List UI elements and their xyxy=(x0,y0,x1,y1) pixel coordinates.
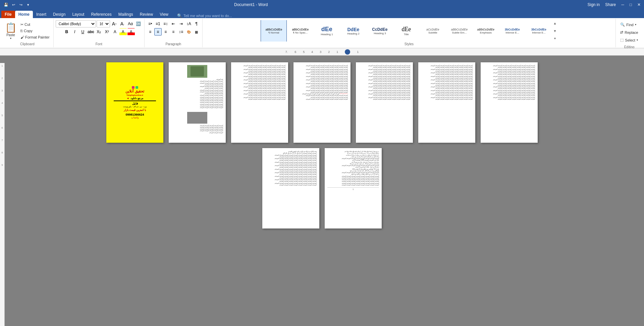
justify-btn[interactable]: ≡ xyxy=(170,28,177,36)
highlight-btn[interactable]: A xyxy=(119,28,127,36)
font-size-select[interactable]: 16 xyxy=(97,20,110,27)
paragraph-content: ≡• ≡1 ≡↕ ⇤ ⇥ ↕A ¶ ≡ ≡ ≡ ≡ ↕≡ 🎨 ▦ xyxy=(147,20,200,42)
page-3-content: آموزيقم آموزيقم آموزيقم آموزيقم آموزيقم … xyxy=(231,62,288,143)
tab-layout[interactable]: Layout xyxy=(69,11,88,18)
text-effects-btn[interactable]: A xyxy=(111,28,119,36)
styles-scroll-up[interactable]: ▲ xyxy=(552,20,557,27)
bold-button[interactable]: B xyxy=(63,28,70,36)
style-intense-e2-preview: 3bCcDdEe xyxy=(531,28,546,31)
editing-group: 🔍 Find ▾ ⇄ Replace ⬚ Select ▾ Editing xyxy=(616,19,643,47)
superscript-button[interactable]: X² xyxy=(103,28,111,36)
multilevel-btn[interactable]: ≡↕ xyxy=(162,20,169,27)
document-area: 1 2 3 4 5 6 7 8 9 تحقیق آنلاین Tahghigho… xyxy=(0,56,644,326)
tab-design[interactable]: Design xyxy=(50,11,69,18)
tab-references[interactable]: References xyxy=(88,11,115,18)
style-emphasis[interactable]: aBbCcDdEe Emphasis xyxy=(473,20,499,42)
select-dropdown[interactable]: ▾ xyxy=(637,39,638,42)
replace-button[interactable]: ⇄ Replace xyxy=(618,29,640,36)
sort-btn[interactable]: ↕A xyxy=(185,20,193,27)
tab-insert[interactable]: Insert xyxy=(33,11,50,18)
style-title[interactable]: dЕе Title xyxy=(393,20,419,42)
page-5-text: آموزيقم آموزيقم آموزيقم آموزيقم آموزيقم … xyxy=(359,65,410,100)
tab-review[interactable]: Review xyxy=(137,11,156,18)
redo-icon[interactable]: ↪ xyxy=(18,2,23,7)
copy-button[interactable]: ⎘ Copy xyxy=(19,28,51,34)
find-button[interactable]: 🔍 Find ▾ xyxy=(618,21,640,28)
clipboard-content: 📋 Paste ▾ ✂ Cut ⎘ Copy 🖌 Format Painter xyxy=(3,20,51,42)
style-heading3-preview: CcDdEe xyxy=(372,27,387,32)
style-heading3[interactable]: CcDdEe Heading 3 xyxy=(367,20,393,42)
styles-scroll-down[interactable]: ▼ xyxy=(552,27,557,35)
ruler: 7. 6 5 4 3 2 1 1 xyxy=(0,48,644,56)
line-spacing-btn[interactable]: ↕≡ xyxy=(177,28,185,36)
style-subtitle[interactable]: aCcDdEe Subtitle xyxy=(420,20,446,42)
format-painter-button[interactable]: 🖌 Format Painter xyxy=(19,34,51,40)
paste-dropdown-icon[interactable]: ▾ xyxy=(10,37,11,40)
page-9: در حد معه از فساد های شبانه کی تا رونای … xyxy=(325,148,382,229)
style-subtle-em-preview: aBbCcDdEe xyxy=(451,28,468,31)
decrease-indent-btn[interactable]: ⇤ xyxy=(170,20,177,27)
decrease-font-btn[interactable]: A- xyxy=(119,20,126,27)
style-normal[interactable]: aBbCcDdEe ¶ Normal xyxy=(261,20,287,42)
style-no-spacing[interactable]: aBbCcDdEe ¶ No Spac... xyxy=(287,20,313,42)
tab-home[interactable]: Home xyxy=(15,11,33,18)
subscript-button[interactable]: X₂ xyxy=(95,28,103,36)
align-left-btn[interactable]: ≡ xyxy=(147,28,154,36)
page-2-content: قدم آموزيقم آموزيقم آموزيقم آموزيقم آموز… xyxy=(169,62,226,143)
font-label: Font xyxy=(96,42,102,46)
style-title-label: Title xyxy=(404,33,409,36)
find-dropdown[interactable]: ▾ xyxy=(635,23,636,26)
borders-btn[interactable]: ▦ xyxy=(193,28,200,36)
undo-icon[interactable]: ↩ xyxy=(11,2,16,7)
style-heading2[interactable]: DdEe Heading 2 xyxy=(340,20,366,42)
change-case-btn[interactable]: Aα xyxy=(127,20,134,27)
styles-gallery: aBbCcDdEe ¶ Normal aBbCcDdEe ¶ No Spac..… xyxy=(261,20,552,42)
page-8: سنه پنا قائد من حركته من حانته و رابق تخ… xyxy=(262,148,319,229)
sign-in-btn[interactable]: Sign in xyxy=(588,2,600,7)
cut-label: Cut xyxy=(24,22,30,26)
whatsapp-icon xyxy=(136,86,138,89)
styles-label: Styles xyxy=(405,42,414,46)
style-heading1[interactable]: dEe Heading 1 xyxy=(314,20,340,42)
find-label: Find xyxy=(626,23,633,27)
customize-icon[interactable]: ▾ xyxy=(25,2,31,7)
style-intense-e2[interactable]: 3bCcDdEe Intense E... xyxy=(526,20,552,42)
font-name-select[interactable]: Calibri (Body) xyxy=(56,20,96,27)
minimize-btn[interactable]: ─ xyxy=(621,2,624,7)
styles-expand[interactable]: ▾ xyxy=(552,35,557,42)
tab-mailings[interactable]: Mailings xyxy=(115,11,137,18)
underline-button[interactable]: U xyxy=(79,28,87,36)
style-intense-e1[interactable]: 3bCcDdEe Intense E... xyxy=(499,20,525,42)
cut-button[interactable]: ✂ Cut xyxy=(19,21,51,27)
align-center-btn[interactable]: ≡ xyxy=(154,28,162,36)
italic-button[interactable]: I xyxy=(71,28,78,36)
numbering-btn[interactable]: ≡1 xyxy=(154,20,162,27)
bullets-btn[interactable]: ≡• xyxy=(147,20,154,27)
share-btn[interactable]: Share xyxy=(605,2,616,7)
style-intense-e2-label: Intense E... xyxy=(532,31,545,34)
shading-btn[interactable]: 🎨 xyxy=(185,28,193,36)
ad-arrow-row: ◄ مرجع دانلود xyxy=(126,97,143,100)
select-icon: ⬚ xyxy=(620,38,624,42)
tab-file[interactable]: File xyxy=(1,11,15,18)
increase-indent-btn[interactable]: ⇥ xyxy=(177,20,185,27)
paste-button[interactable]: 📋 Paste ▾ xyxy=(3,21,18,41)
show-marks-btn[interactable]: ¶ xyxy=(193,20,200,27)
page-row-1: تحقیق آنلاین Tahghighonline.ir ◄ مرجع دا… xyxy=(106,62,538,143)
font-format-row: B I U abc X₂ X² A A A xyxy=(63,28,135,36)
page-8-content: سنه پنا قائد من حركته من حانته و رابق تخ… xyxy=(262,148,319,229)
font-color-btn[interactable]: A xyxy=(127,28,135,36)
align-right-btn[interactable]: ≡ xyxy=(162,28,169,36)
save-icon[interactable]: 💾 xyxy=(3,2,9,7)
select-button[interactable]: ⬚ Select ▾ xyxy=(618,37,640,43)
style-subtle-em[interactable]: aBbCcDdEe Subtle Em... xyxy=(446,20,472,42)
increase-font-btn[interactable]: A+ xyxy=(111,20,118,27)
close-btn[interactable]: ✕ xyxy=(637,2,641,7)
select-label: Select xyxy=(625,38,635,42)
clear-formatting-btn[interactable]: 🆗 xyxy=(135,20,142,27)
maximize-btn[interactable]: □ xyxy=(630,2,632,7)
tab-view[interactable]: View xyxy=(156,11,172,18)
strikethrough-button[interactable]: abc xyxy=(87,28,95,36)
search-bar[interactable]: Tell me what you want to do... xyxy=(183,14,232,18)
copy-icon: ⎘ xyxy=(20,29,23,33)
